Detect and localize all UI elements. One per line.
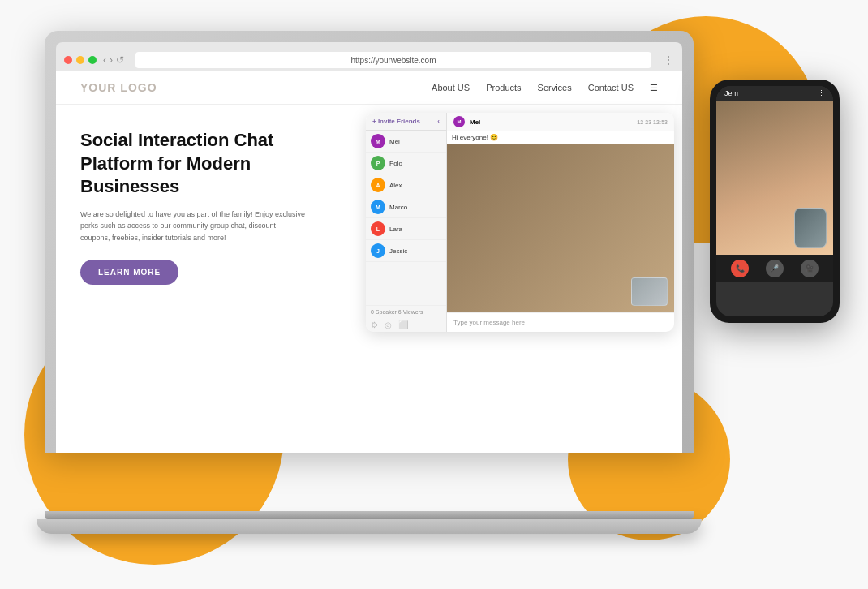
chat-top-bar: M Mel 12-23 12:53 [447, 113, 674, 131]
msg-timestamp-1: 12-23 12:53 [637, 119, 668, 125]
phone-video-main [716, 101, 833, 255]
laptop-hinge [45, 511, 694, 519]
hero-description: We are so delighted to have you as part … [80, 209, 307, 243]
chat-collapse-icon[interactable]: ‹ [437, 118, 440, 125]
browser-chrome: ‹ › ↺ https://yourwebsite.com ⋮ [56, 42, 682, 71]
username-jessica: Jessic [389, 247, 407, 255]
nav-about[interactable]: About US [432, 83, 470, 92]
chat-ui-mockup: + Invite Friends ‹ M Mel P Polo [366, 113, 674, 332]
chat-user-alex[interactable]: A Alex [366, 174, 446, 196]
url-bar[interactable]: https://yourwebsite.com [135, 52, 651, 68]
nav-products[interactable]: Products [486, 83, 521, 92]
avatar-polo: P [371, 156, 385, 170]
avatar-alex: A [371, 178, 385, 192]
traffic-light-green[interactable] [88, 56, 97, 64]
back-arrow[interactable]: ‹ [103, 54, 106, 66]
chat-invite-header: + Invite Friends ‹ [366, 113, 446, 131]
video-icon: 🎥 [805, 264, 814, 273]
avatar-lara: L [371, 221, 385, 236]
username-marco: Marco [389, 204, 407, 211]
chat-message-bubble: Hi everyone! 😊 [447, 131, 674, 144]
message-input-placeholder[interactable]: Type your message here [453, 316, 668, 329]
phone-menu-dots[interactable]: ⋮ [818, 89, 825, 97]
chat-user-marco[interactable]: M Marco [366, 196, 446, 218]
username-polo: Polo [389, 160, 402, 167]
refresh-btn[interactable]: ↺ [116, 54, 124, 66]
hero-text-block: Social Interaction Chat Platform for Mod… [80, 121, 307, 431]
nav-links: About US Products Services Contact US ☰ [432, 83, 658, 93]
site-hero: Social Interaction Chat Platform for Mod… [56, 105, 682, 447]
avatar-marco: M [371, 200, 385, 214]
active-username: Mel [470, 118, 480, 126]
site-nav: YOUR LOGO About US Products Services Con… [56, 71, 682, 105]
chat-icon-3[interactable]: ⬜ [398, 320, 408, 329]
invite-friends-label[interactable]: + Invite Friends [372, 118, 420, 125]
phone-contact-name: Jem [724, 89, 738, 97]
browser-nav-arrows: ‹ › ↺ [103, 54, 124, 66]
username-alex: Alex [389, 182, 402, 189]
avatar-jessica: J [371, 243, 385, 258]
phone-video-pip [794, 208, 827, 248]
phone-top-bar: Jem ⋮ [716, 86, 833, 101]
hero-title: Social Interaction Chat Platform for Mod… [80, 129, 307, 199]
chat-user-lara[interactable]: L Lara [366, 218, 446, 240]
chat-message-bar: Type your message here [447, 312, 674, 332]
phone-device: Jem ⋮ 📞 🎤 🎥 [710, 80, 840, 323]
active-user-avatar: M [453, 116, 465, 127]
website-screen: YOUR LOGO About US Products Services Con… [56, 71, 682, 453]
site-logo: YOUR LOGO [80, 81, 157, 94]
nav-services[interactable]: Services [538, 83, 572, 92]
traffic-lights [64, 56, 97, 64]
chat-user-mel[interactable]: M Mel [366, 131, 446, 153]
laptop-shell: ‹ › ↺ https://yourwebsite.com ⋮ YOUR LOG… [45, 31, 694, 453]
chat-video-area [447, 144, 674, 312]
end-call-icon: 📞 [736, 264, 745, 273]
avatar-mel: M [371, 134, 385, 148]
hamburger-icon[interactable]: ☰ [650, 83, 658, 93]
username-mel: Mel [389, 138, 400, 145]
chat-user-list: M Mel P Polo A Alex [366, 131, 446, 305]
chat-icon-2[interactable]: ◎ [385, 320, 392, 329]
chat-user-jessica[interactable]: J Jessic [366, 240, 446, 262]
mic-icon: 🎤 [770, 264, 779, 273]
laptop-base [45, 511, 694, 534]
nav-contact[interactable]: Contact US [588, 83, 634, 92]
browser-menu-dots[interactable]: ⋮ [663, 54, 674, 67]
learn-more-button[interactable]: LEARN MORE [80, 260, 178, 285]
laptop-device: ‹ › ↺ https://yourwebsite.com ⋮ YOUR LOG… [45, 31, 710, 534]
traffic-light-yellow[interactable] [76, 56, 84, 64]
chat-user-polo[interactable]: P Polo [366, 153, 446, 174]
chat-bottom-icons: ⚙ ◎ ⬜ [366, 318, 446, 332]
url-text: https://yourwebsite.com [350, 56, 436, 65]
chat-icon-1[interactable]: ⚙ [371, 320, 378, 329]
viewer-count: 0 Speaker 6 Viewers [366, 305, 446, 318]
chat-main-area: M Mel 12-23 12:53 Hi everyone! 😊 [447, 113, 674, 332]
phone-video-button[interactable]: 🎥 [801, 260, 819, 277]
phone-call-controls: 📞 🎤 🎥 [716, 255, 833, 282]
phone-mute-button[interactable]: 🎤 [766, 260, 784, 277]
username-lara: Lara [389, 226, 402, 233]
main-scene: ‹ › ↺ https://yourwebsite.com ⋮ YOUR LOG… [28, 15, 840, 574]
forward-arrow[interactable]: › [110, 54, 113, 66]
video-pip [631, 277, 668, 306]
laptop-bottom [37, 519, 702, 534]
traffic-light-red[interactable] [64, 56, 72, 64]
phone-end-call-button[interactable]: 📞 [731, 260, 749, 277]
chat-sidebar: + Invite Friends ‹ M Mel P Polo [366, 113, 447, 332]
phone-screen: Jem ⋮ 📞 🎤 🎥 [716, 86, 833, 316]
